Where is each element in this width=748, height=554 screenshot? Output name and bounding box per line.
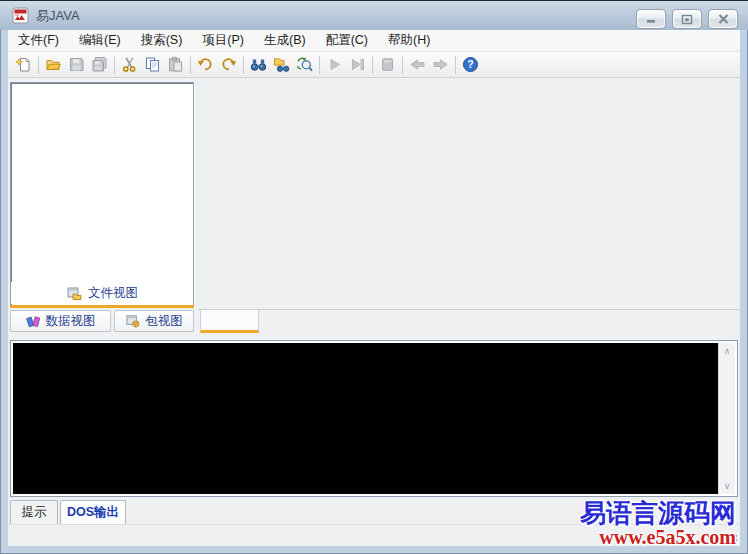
undo-button[interactable] (194, 53, 217, 76)
menu-config[interactable]: 配置(C) (316, 30, 378, 51)
toolbar-separator (38, 56, 39, 74)
redo-icon (220, 56, 237, 73)
toolbar-separator (114, 56, 115, 74)
run-icon (326, 56, 343, 73)
editor-tab-strip (198, 309, 740, 310)
editor-empty-tab[interactable] (200, 309, 259, 333)
open-folder-button[interactable] (42, 53, 65, 76)
document-button[interactable] (376, 53, 399, 76)
cut-button[interactable] (118, 53, 141, 76)
toolbar: ? (8, 52, 740, 78)
close-button[interactable] (708, 9, 738, 29)
window-title: 易JAVA (36, 7, 80, 25)
paste-button[interactable] (164, 53, 187, 76)
menu-search[interactable]: 搜索(S) (131, 30, 193, 51)
save-all-icon (91, 56, 108, 73)
file-tree[interactable] (13, 85, 191, 280)
find-button[interactable] (247, 53, 270, 76)
close-icon (718, 14, 729, 24)
toolbar-separator (372, 56, 373, 74)
file-view-label: 文件视图 (88, 285, 138, 302)
save-button[interactable] (65, 53, 88, 76)
document-icon (379, 56, 396, 73)
package-view-label: 包视图 (145, 313, 183, 330)
app-icon (12, 7, 29, 24)
copy-icon (144, 56, 161, 73)
window-controls (636, 9, 738, 29)
new-file-button[interactable] (12, 53, 35, 76)
menu-help[interactable]: 帮助(H) (378, 30, 440, 51)
hint-tab-label: 提示 (22, 504, 47, 521)
paste-icon (167, 56, 184, 73)
back-icon (409, 56, 426, 73)
menu-build[interactable]: 生成(B) (254, 30, 316, 51)
hint-tab[interactable]: 提示 (10, 500, 58, 524)
help-button[interactable]: ? (459, 53, 482, 76)
menu-edit[interactable]: 编辑(E) (69, 30, 131, 51)
step-button[interactable] (346, 53, 369, 76)
menubar: 文件(F) 编辑(E) 搜索(S) 项目(P) 生成(B) 配置(C) 帮助(H… (8, 30, 740, 52)
titlebar: 易JAVA (0, 0, 748, 30)
save-icon (68, 56, 85, 73)
toolbar-separator (455, 56, 456, 74)
forward-icon (432, 56, 449, 73)
minimize-icon (645, 14, 657, 24)
toolbar-separator (319, 56, 320, 74)
main-content: 文件视图 数据视图 包视图 (8, 78, 740, 546)
dos-output-console[interactable] (13, 343, 718, 494)
data-view-icon (26, 313, 42, 329)
open-folder-icon (45, 56, 62, 73)
find-replace-button[interactable] (293, 53, 316, 76)
redo-button[interactable] (217, 53, 240, 76)
watermark: 易语言源码网 www.e5a5x.com (580, 500, 736, 548)
watermark-url: www.e5a5x.com (580, 527, 736, 548)
package-view-tab[interactable]: 包视图 (114, 310, 194, 332)
file-view-icon (66, 285, 83, 302)
data-view-label: 数据视图 (46, 313, 96, 330)
find-in-files-button[interactable] (270, 53, 293, 76)
svg-text:?: ? (467, 58, 473, 70)
console-frame: ∧ ∨ (10, 340, 738, 497)
maximize-icon (681, 14, 693, 25)
dos-output-tab-label: DOS输出 (67, 504, 119, 521)
menu-file[interactable]: 文件(F) (8, 30, 69, 51)
scroll-up-button[interactable]: ∧ (719, 343, 735, 359)
copy-button[interactable] (141, 53, 164, 76)
watermark-site-name: 易语言源码网 (580, 500, 736, 527)
new-file-icon (15, 56, 32, 73)
toolbar-separator (190, 56, 191, 74)
minimize-button[interactable] (636, 9, 666, 29)
find-replace-icon (296, 56, 313, 73)
cut-icon (121, 56, 138, 73)
package-view-icon (125, 313, 141, 329)
toolbar-separator (402, 56, 403, 74)
save-all-button[interactable] (88, 53, 111, 76)
file-view-panel[interactable]: 文件视图 (10, 82, 194, 307)
menu-project[interactable]: 项目(P) (192, 30, 254, 51)
app-window: 易JAVA 文件(F) 编辑(E) 搜索(S) (0, 0, 748, 554)
console-scrollbar[interactable]: ∧ ∨ (718, 343, 735, 494)
forward-button[interactable] (429, 53, 452, 76)
back-button[interactable] (406, 53, 429, 76)
scroll-down-button[interactable]: ∨ (719, 478, 735, 494)
find-icon (250, 56, 267, 73)
find-in-files-icon (273, 56, 290, 73)
dos-output-tab[interactable]: DOS输出 (60, 500, 126, 527)
maximize-button[interactable] (672, 9, 702, 29)
file-view-tab[interactable]: 文件视图 (11, 282, 193, 304)
undo-icon (197, 56, 214, 73)
help-icon: ? (462, 56, 479, 73)
data-view-tab[interactable]: 数据视图 (10, 310, 111, 332)
active-view-indicator (10, 305, 194, 308)
side-view-tabs: 数据视图 包视图 (10, 310, 194, 332)
toolbar-separator (243, 56, 244, 74)
step-icon (349, 56, 366, 73)
run-button[interactable] (323, 53, 346, 76)
